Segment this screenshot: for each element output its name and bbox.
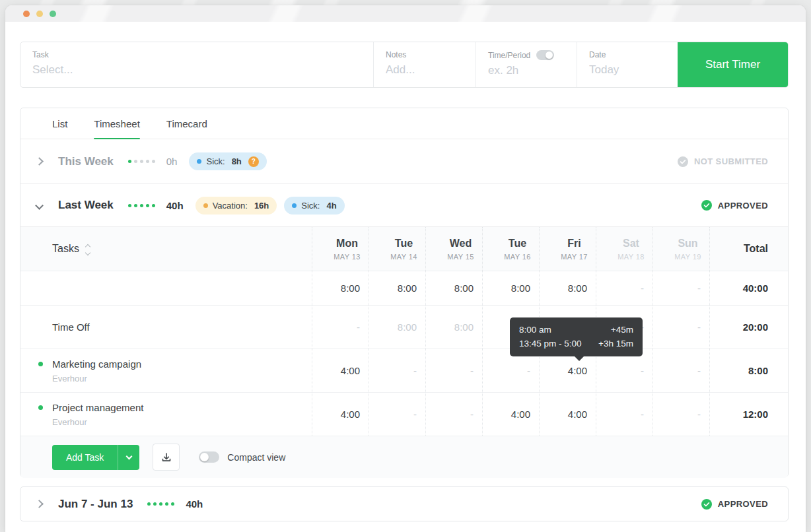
day-name: Tue	[509, 238, 526, 249]
timesheet-cell[interactable]: 8:00	[425, 306, 482, 349]
notes-input[interactable]	[386, 59, 468, 77]
capacity-dot-icon	[146, 160, 149, 163]
status-badge: NOT SUBMITTED	[678, 156, 768, 167]
help-icon[interactable]: ?	[248, 156, 259, 167]
capacity-dots	[128, 160, 155, 163]
task-cell[interactable]: Time Off	[20, 306, 312, 349]
compact-view-label: Compact view	[227, 452, 285, 463]
time-period-input[interactable]	[488, 60, 569, 77]
badge-value: 8h	[232, 156, 242, 166]
timesheet-cell[interactable]: -	[369, 393, 425, 436]
time-period-toggle[interactable]	[536, 50, 554, 60]
timesheet-cell[interactable]: -	[312, 306, 369, 349]
capacity-dot-icon	[134, 160, 137, 163]
date-field[interactable]: Date	[577, 42, 678, 87]
column-header-day: MonMAY 13	[312, 227, 369, 271]
timesheet-cell[interactable]: -	[652, 271, 709, 305]
timesheet-cell[interactable]: 8:00	[539, 271, 596, 305]
traffic-light-zoom-icon[interactable]	[50, 11, 56, 17]
sick-dot-icon	[197, 159, 201, 164]
capacity-dot-icon	[140, 204, 143, 207]
badge-label: Sick:	[206, 156, 225, 166]
date-input[interactable]	[589, 59, 670, 77]
vacation-badge: Vacation:16h	[195, 197, 277, 215]
column-header-day: TueMAY 16	[482, 227, 539, 271]
timesheet-cell[interactable]: 4:00	[312, 349, 369, 392]
traffic-light-minimize-icon[interactable]	[36, 11, 43, 17]
capacity-dot-icon	[134, 204, 137, 207]
timesheet-cell[interactable]: 8:00	[369, 271, 425, 305]
task-cell[interactable]: Project managementEverhour	[20, 393, 312, 436]
badge-value: 4h	[326, 201, 336, 211]
download-icon	[161, 452, 172, 463]
status-label: NOT SUBMITTED	[694, 156, 768, 166]
task-cell[interactable]: Marketing campaignEverhour	[20, 349, 312, 392]
timesheet-cell[interactable]: 8:00	[369, 306, 425, 349]
capacity-dot-icon	[159, 502, 162, 506]
traffic-light-close-icon[interactable]	[23, 11, 30, 17]
export-button[interactable]	[153, 444, 180, 471]
task-project: Everhour	[52, 417, 312, 427]
column-header-day: SunMAY 19	[652, 227, 709, 271]
tab-list[interactable]: List	[52, 108, 67, 139]
task-row: Project managementEverhour4:00--4:004:00…	[20, 393, 788, 436]
task-cell	[20, 271, 312, 305]
timesheet-cell[interactable]: -	[425, 349, 482, 392]
timesheet-cell[interactable]: 8:00	[425, 271, 482, 305]
column-header-day: SatMAY 18	[596, 227, 652, 271]
timesheet-cell[interactable]: 4:00	[482, 393, 539, 436]
tooltip-time-range: 13:45 pm - 5:00	[519, 337, 582, 350]
compact-view-toggle[interactable]	[199, 451, 219, 463]
timesheet-cell[interactable]: 4:00	[312, 393, 369, 436]
timesheet-cell[interactable]: 8:00	[312, 271, 369, 305]
add-task-menu-button[interactable]	[118, 445, 139, 470]
task-field[interactable]: Task	[20, 42, 373, 87]
timesheet-cell[interactable]: -	[369, 349, 425, 392]
row-total: 40:00	[709, 271, 788, 305]
task-name[interactable]: Time Off	[52, 321, 312, 333]
day-date: MAY 17	[561, 253, 588, 261]
start-timer-button[interactable]: Start Timer	[678, 42, 788, 87]
toggle-knob	[200, 453, 209, 461]
timesheet-cell[interactable]: -	[425, 393, 482, 436]
task-row: Time Off-8:008:00--20:00	[20, 306, 788, 349]
timesheet-cell[interactable]: -	[596, 393, 652, 436]
task-input[interactable]	[32, 59, 346, 77]
expand-chevron-icon[interactable]	[35, 500, 44, 508]
capacity-dot-icon	[128, 204, 131, 207]
tab-timesheet[interactable]: Timesheet	[94, 108, 139, 139]
timesheet-cell[interactable]: -	[652, 306, 709, 349]
badge-label: Vacation:	[213, 201, 248, 211]
badge-label: Sick:	[301, 201, 320, 211]
chevron-down-icon	[125, 453, 132, 459]
task-name[interactable]: Project management	[52, 402, 312, 413]
day-name: Sat	[623, 238, 639, 249]
summary-row: 8:008:008:008:008:00--40:00	[20, 271, 788, 306]
week-hours: 40h	[186, 498, 203, 510]
capacity-dot-icon	[146, 204, 149, 207]
notes-field[interactable]: Notes	[373, 42, 476, 87]
day-name: Tue	[395, 238, 413, 249]
sort-toggle-icon[interactable]	[86, 244, 90, 255]
tooltip-duration: +45m	[611, 323, 633, 337]
timesheet-cell[interactable]: 8:00	[482, 271, 539, 305]
add-task-button[interactable]: Add Task	[52, 445, 118, 470]
collapse-chevron-icon[interactable]	[35, 201, 44, 210]
timesheet-cell[interactable]: -	[652, 349, 709, 392]
timesheet-cell[interactable]: -	[652, 393, 709, 436]
day-date: MAY 18	[617, 253, 645, 261]
tooltip-time-range: 8:00 am	[519, 323, 551, 337]
time-period-field[interactable]: Time/Period	[476, 42, 577, 87]
task-name[interactable]: Marketing campaign	[52, 358, 312, 370]
week-title: This Week	[58, 155, 114, 168]
timesheet-cell[interactable]: 4:00	[539, 393, 596, 436]
tab-timecard[interactable]: Timecard	[166, 108, 207, 139]
app-window: Task Notes Time/Period Date Start Timer …	[5, 5, 806, 532]
timesheet-cell[interactable]: -	[596, 271, 652, 305]
week-badges: Vacation:16hSick:4h	[195, 197, 345, 215]
expand-chevron-icon[interactable]	[35, 157, 44, 166]
timesheet-body: 8:008:008:008:008:00--40:00Time Off-8:00…	[20, 271, 788, 436]
week-title: Last Week	[58, 199, 114, 212]
window-titlebar	[5, 5, 806, 22]
date-field-label: Date	[589, 50, 678, 59]
